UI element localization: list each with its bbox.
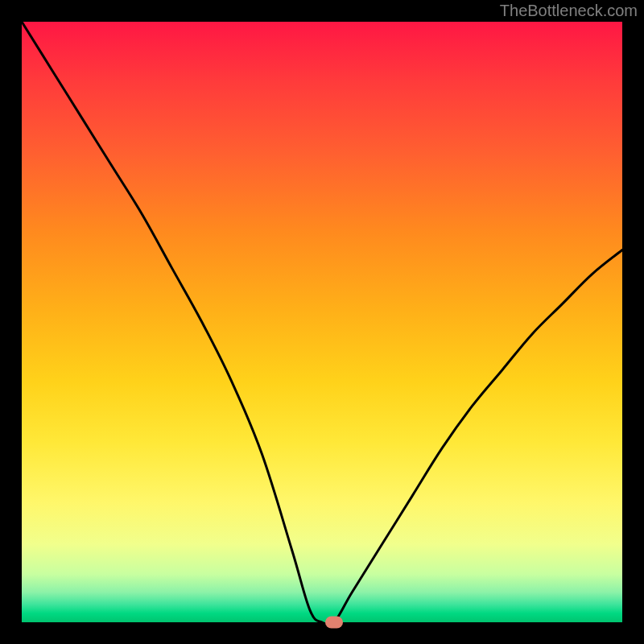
optimal-marker xyxy=(325,617,343,629)
chart-container: TheBottleneck.com xyxy=(0,0,644,644)
bottleneck-curve xyxy=(22,22,622,622)
watermark-text: TheBottleneck.com xyxy=(500,2,638,20)
plot-area xyxy=(22,22,622,622)
